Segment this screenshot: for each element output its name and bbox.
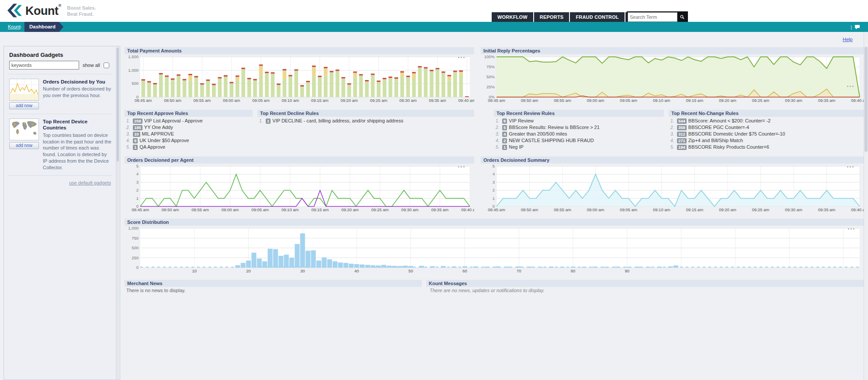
review-rules-header: Top Recent Review Rules [494, 110, 664, 117]
nav-fraud-control[interactable]: FRAUD CONTROL [570, 12, 625, 22]
svg-text:09:05 am: 09:05 am [620, 207, 637, 212]
merchant-news-text: There is no news to display. [126, 288, 186, 293]
rule-item: 2.359BBSCORE PGC Counter=-4 [670, 124, 864, 131]
rule-item: 1.6VIP Review [496, 118, 664, 124]
bar-divider: | [851, 24, 852, 30]
add-now-button[interactable]: add now [9, 102, 39, 109]
svg-text:1,000: 1,000 [128, 226, 139, 230]
svg-text:09:25 am: 09:25 am [752, 207, 770, 212]
svg-text:80: 80 [571, 268, 576, 273]
svg-text:08:55 am: 08:55 am [191, 207, 209, 212]
svg-text:20: 20 [246, 268, 251, 273]
page-scrollbar[interactable] [864, 32, 868, 380]
svg-text:09:05 am: 09:05 am [252, 98, 270, 103]
svg-text:3: 3 [493, 180, 495, 185]
svg-text:100%: 100% [484, 54, 495, 59]
rule-rank: 3. [496, 131, 502, 137]
tagline: Boost Sales. Beat Fraud. [67, 5, 96, 17]
use-default-gadgets-link[interactable]: use default gadgets [8, 180, 111, 185]
rule-count-badge: 1 [502, 145, 507, 150]
svg-text:50%: 50% [486, 74, 495, 79]
svg-text:09:00 am: 09:00 am [587, 207, 604, 212]
svg-text:09:15 am: 09:15 am [311, 98, 329, 103]
rule-rank: 2. [126, 124, 133, 131]
svg-text:09:10 am: 09:10 am [653, 98, 670, 103]
rule-rank: 4. [670, 137, 677, 144]
svg-text:09:10 am: 09:10 am [282, 98, 299, 103]
rule-count-badge: 312 [677, 132, 687, 137]
feedback-icon[interactable] [854, 24, 860, 30]
panel-menu-icon[interactable] [847, 166, 854, 167]
sidebar-title: Dashboard Gadgets [9, 52, 112, 58]
svg-text:5: 5 [493, 164, 495, 168]
rule-rank: 3. [670, 131, 677, 137]
panel-menu-icon[interactable] [458, 57, 465, 58]
svg-text:75%: 75% [486, 64, 495, 69]
svg-text:09:20 am: 09:20 am [341, 207, 359, 212]
rule-rank: 1. [670, 118, 677, 124]
rule-label: VIP DECLINE - card, billing address, and… [272, 118, 403, 124]
svg-text:09:05 am: 09:05 am [620, 98, 637, 103]
svg-text:08:45 am: 08:45 am [488, 207, 505, 212]
svg-text:70: 70 [517, 268, 521, 273]
rule-count-badge: 1 [266, 119, 271, 124]
rule-item: 5.1Neg IP [496, 144, 664, 150]
total-payment-amounts-chart: 05001,0001,50008:45 am08:50 am08:55 am09… [125, 54, 474, 103]
svg-text:1,000: 1,000 [128, 68, 139, 73]
breadcrumb-root-link[interactable]: Kount [8, 22, 21, 32]
rule-rank: 4. [126, 137, 133, 144]
keywords-input[interactable] [9, 61, 79, 70]
rule-count-badge: 1 [133, 145, 138, 150]
svg-text:08:45 am: 08:45 am [135, 98, 152, 103]
help-link[interactable]: Help [843, 37, 853, 42]
rule-rank: 5. [670, 144, 677, 150]
svg-text:09:40 am: 09:40 am [851, 207, 864, 212]
svg-text:09:35 am: 09:35 am [429, 98, 446, 103]
rule-count-badge: 5 [502, 125, 507, 130]
svg-text:10: 10 [192, 268, 197, 273]
svg-text:09:40 am: 09:40 am [458, 98, 474, 103]
app-header: Kount® Boost Sales. Beat Fraud. WORKFLOW… [0, 0, 868, 22]
rule-rank: 2. [496, 124, 502, 131]
nav-workflow[interactable]: WORKFLOW [492, 12, 533, 22]
svg-text:09:00 am: 09:00 am [223, 98, 240, 103]
add-now-button[interactable]: add now [9, 142, 39, 149]
rule-label: Zip+4 and Bill/Ship Match [688, 137, 743, 144]
nochange-rules-list: 1.544BBScore: Amount < $200: Counter= -2… [670, 118, 864, 150]
svg-text:09:35 am: 09:35 am [431, 207, 449, 212]
svg-text:08:50 am: 08:50 am [164, 98, 181, 103]
rule-label: NEW CASTLE SHIPPING HUB FRAUD [509, 137, 594, 144]
svg-text:08:55 am: 08:55 am [554, 207, 571, 212]
gadget-orders-decisioned: add now Orders Decisioned by You Number … [9, 79, 112, 109]
panel-menu-icon[interactable] [847, 86, 854, 87]
panel-menu-icon[interactable] [848, 228, 854, 230]
review-rules-list: 1.6VIP Review2.5BBScore Results: Review … [496, 118, 664, 150]
logo-wordmark: Kount® [25, 3, 61, 18]
orders-per-agent-header: Orders Decisioned per Agent [125, 157, 474, 164]
svg-text:09:15 am: 09:15 am [686, 207, 703, 212]
rule-label: VIP Review [509, 118, 534, 124]
breadcrumb-separator: › [20, 22, 22, 32]
rule-label: VIP List Approval - Approve [144, 118, 203, 124]
kount-logo[interactable]: Kount® Boost Sales. Beat Fraud. [7, 3, 96, 18]
rule-item: 3.312BBSCORE Domestic Under $75 Counter=… [670, 131, 864, 137]
rule-rank: 2. [670, 124, 677, 131]
rule-count-badge: 544 [677, 119, 687, 124]
rule-label: Greater than 200/500 miles [509, 131, 567, 137]
rule-label: UK Under $50 Approve [139, 137, 189, 144]
feedback-area: | [851, 22, 860, 32]
nochange-rules-header: Top Recent No-Change Rules [669, 110, 864, 117]
panel-menu-icon[interactable] [458, 166, 465, 167]
svg-text:09:35 am: 09:35 am [818, 98, 836, 103]
rule-item: 4.2NEW CASTLE SHIPPING HUB FRAUD [496, 137, 664, 144]
search-button[interactable] [677, 12, 687, 22]
show-all-checkbox[interactable] [104, 63, 109, 68]
svg-text:4: 4 [493, 171, 495, 176]
rule-label: Neg IP [509, 144, 524, 150]
sidebar-scrollbar[interactable] [116, 47, 119, 379]
search-input[interactable] [628, 12, 677, 22]
show-all-label: show all [83, 63, 100, 68]
rule-item: 1.544BBScore: Amount < $200: Counter= -2 [670, 118, 864, 124]
svg-text:09:15 am: 09:15 am [686, 98, 703, 103]
nav-reports[interactable]: REPORTS [534, 12, 569, 22]
